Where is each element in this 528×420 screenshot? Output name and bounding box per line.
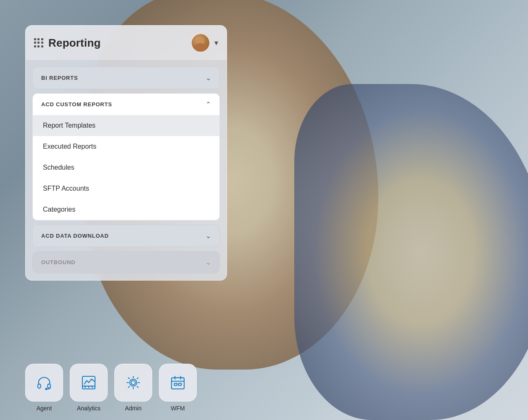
- svg-rect-10: [172, 378, 184, 389]
- main-panel: Reporting ▾ BI REPORTS ⌄ ACD CUSTOM REPO…: [25, 25, 227, 281]
- outbound-label: OUTBOUND: [41, 259, 76, 265]
- bi-reports-header[interactable]: BI REPORTS ⌄: [32, 67, 220, 89]
- nav-item-agent[interactable]: Agent: [25, 364, 63, 412]
- acd-custom-reports-chevron: ⌃: [206, 100, 211, 108]
- bottom-nav: Agent Analytics Admin: [0, 364, 528, 420]
- outbound-accordion: OUTBOUND ⌄: [32, 251, 220, 273]
- menu-item-schedules[interactable]: Schedules: [33, 157, 219, 178]
- analytics-icon: [80, 374, 97, 391]
- bi-reports-accordion: BI REPORTS ⌄: [32, 67, 220, 89]
- menu-item-executed-reports[interactable]: Executed Reports: [33, 136, 219, 157]
- menu-item-sftp-accounts[interactable]: SFTP Accounts: [33, 178, 219, 199]
- nav-label-agent: Agent: [37, 405, 52, 412]
- nav-item-analytics[interactable]: Analytics: [70, 364, 108, 412]
- acd-data-download-label: ACD DATA DOWNLOAD: [41, 233, 109, 239]
- nav-icon-box-agent: [25, 364, 63, 402]
- nav-icon-box-analytics: [70, 364, 108, 402]
- acd-data-download-header[interactable]: ACD DATA DOWNLOAD ⌄: [32, 225, 220, 247]
- header-left: Reporting: [34, 37, 101, 50]
- nav-label-analytics: Analytics: [77, 405, 100, 412]
- nav-icon-box-admin: [114, 364, 152, 402]
- nav-icon-box-wfm: [159, 364, 197, 402]
- header-right: ▾: [191, 33, 218, 52]
- svg-rect-15: [179, 383, 182, 386]
- header-title: Reporting: [48, 37, 101, 50]
- svg-rect-14: [174, 383, 177, 386]
- outbound-header[interactable]: OUTBOUND ⌄: [32, 251, 220, 273]
- headset-icon: [36, 374, 53, 391]
- menu-area: BI REPORTS ⌄ ACD CUSTOM REPORTS ⌃ Report…: [25, 60, 227, 281]
- header-chevron[interactable]: ▾: [214, 38, 218, 47]
- acd-data-download-chevron: ⌄: [206, 232, 211, 240]
- bi-reports-label: BI REPORTS: [41, 75, 78, 81]
- nav-item-admin[interactable]: Admin: [114, 364, 152, 412]
- acd-custom-reports-items: Report Templates Executed Reports Schedu…: [33, 115, 219, 220]
- acd-custom-reports-accordion: ACD CUSTOM REPORTS ⌃ Report Templates Ex…: [32, 93, 220, 220]
- menu-item-report-templates[interactable]: Report Templates: [33, 115, 219, 136]
- nav-item-wfm[interactable]: WFM: [159, 364, 197, 412]
- svg-rect-0: [38, 384, 41, 388]
- menu-item-categories[interactable]: Categories: [33, 199, 219, 220]
- bi-reports-chevron: ⌄: [206, 74, 211, 82]
- avatar[interactable]: [191, 33, 210, 52]
- nav-label-wfm: WFM: [171, 405, 185, 412]
- gear-icon: [125, 374, 142, 391]
- outbound-chevron: ⌄: [206, 258, 211, 266]
- calendar-icon: [169, 374, 186, 391]
- svg-point-8: [131, 381, 135, 385]
- nav-label-admin: Admin: [125, 405, 142, 412]
- header-bar: Reporting ▾: [25, 25, 227, 60]
- acd-custom-reports-header[interactable]: ACD CUSTOM REPORTS ⌃: [33, 94, 219, 115]
- acd-custom-reports-label: ACD CUSTOM REPORTS: [41, 101, 112, 108]
- grid-icon[interactable]: [34, 38, 43, 47]
- acd-data-download-accordion: ACD DATA DOWNLOAD ⌄: [32, 225, 220, 247]
